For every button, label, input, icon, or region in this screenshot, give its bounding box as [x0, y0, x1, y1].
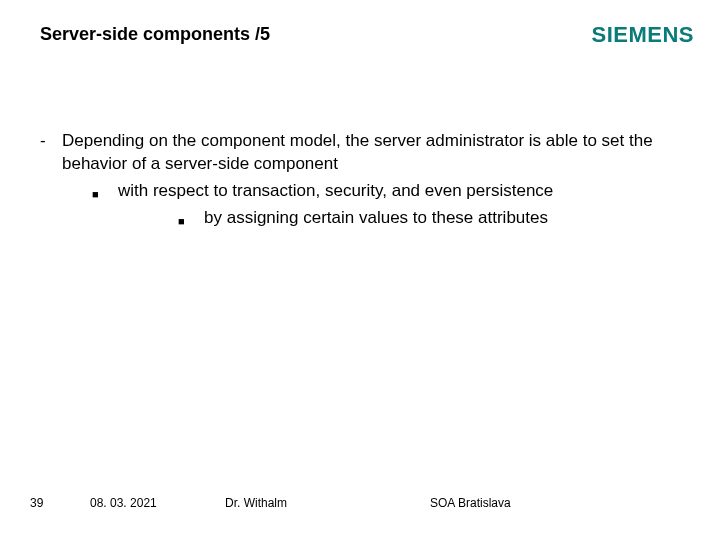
list-item-text: Depending on the component model, the se… — [62, 130, 680, 230]
level1-text: Depending on the component model, the se… — [62, 131, 653, 173]
level2-text: with respect to transaction, security, a… — [118, 181, 553, 200]
page-number: 39 — [30, 496, 43, 510]
list-item-text: with respect to transaction, security, a… — [118, 180, 680, 230]
footer-author: Dr. Withalm — [225, 496, 287, 510]
slide-footer: 39 08. 03. 2021 Dr. Withalm SOA Bratisla… — [0, 496, 720, 516]
brand-logo: SIEMENS — [591, 22, 694, 48]
slide-body: - Depending on the component model, the … — [40, 130, 680, 230]
list-item: ■ by assigning certain values to these a… — [118, 207, 680, 230]
footer-date: 08. 03. 2021 — [90, 496, 157, 510]
bullet-square-icon: ■ — [178, 207, 204, 230]
bullet-dash-icon: - — [40, 130, 62, 230]
footer-course: SOA Bratislava — [430, 496, 511, 510]
slide-header: Server-side components /5 SIEMENS — [0, 0, 720, 76]
slide: Server-side components /5 SIEMENS - Depe… — [0, 0, 720, 540]
bullet-square-icon: ■ — [92, 180, 118, 230]
list-item: - Depending on the component model, the … — [40, 130, 680, 230]
list-item: ■ with respect to transaction, security,… — [62, 180, 680, 230]
slide-title: Server-side components /5 — [40, 24, 270, 45]
level3-text: by assigning certain values to these att… — [204, 207, 680, 230]
